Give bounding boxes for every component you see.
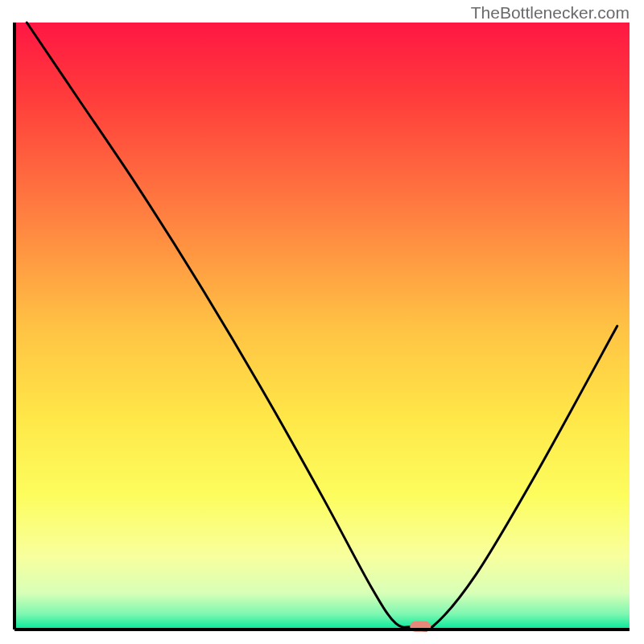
plot-area — [14, 23, 630, 632]
watermark-label: TheBottlenecker.com — [471, 3, 630, 23]
gradient-background — [14, 23, 630, 630]
chart-svg — [0, 0, 644, 644]
bottleneck-chart: TheBottlenecker.com — [0, 0, 644, 644]
